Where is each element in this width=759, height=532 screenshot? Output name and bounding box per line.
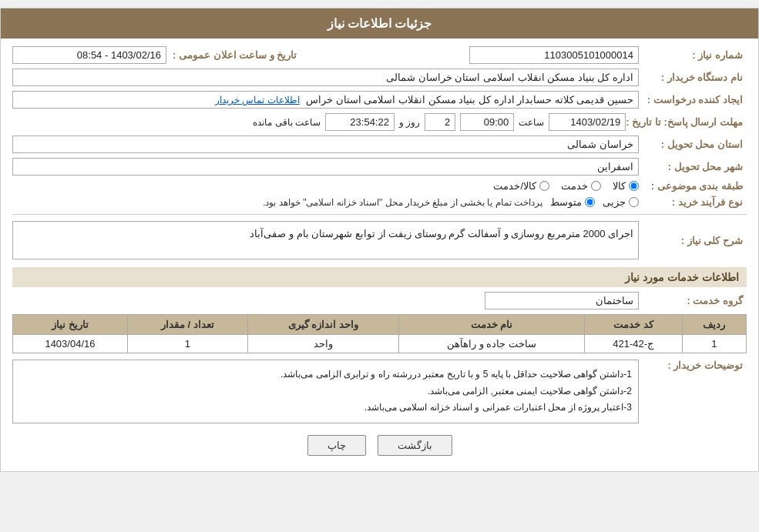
back-button[interactable]: بازگشت <box>378 435 452 456</box>
purchase-type-group: جزیی متوسط پرداخت تمام یا بخشی از مبلغ خ… <box>12 196 639 208</box>
category-radio-kala-khedmat[interactable] <box>539 181 549 191</box>
purchase-label-jozi: جزیی <box>603 196 626 208</box>
print-button[interactable]: چاپ <box>307 435 366 456</box>
province-label: استان محل تحویل : <box>639 139 747 150</box>
category-option-kala-khedmat[interactable]: کالا/خدمت <box>493 180 549 192</box>
purchase-radio-motawaset[interactable] <box>585 197 595 207</box>
table-cell-0: 1 <box>682 335 746 353</box>
category-label-kala: کالا <box>613 180 626 192</box>
category-option-kala[interactable]: کالا <box>613 180 639 192</box>
table-cell-4: 1 <box>127 335 247 353</box>
buyer-org-value: اداره کل بنیاد مسکن انقلاب اسلامی استان … <box>12 69 639 86</box>
creator-contact-link[interactable]: اطلاعات تماس خریدار <box>215 95 300 105</box>
need-number-value: 1103005101000014 <box>469 46 639 64</box>
service-group-label: گروه خدمت : <box>639 295 747 306</box>
page-header: جزئیات اطلاعات نیاز <box>1 8 758 38</box>
creator-value: حسین قدیمی کلاته حسابدار اداره کل بنیاد … <box>12 91 639 109</box>
deadline-time-group: 1403/02/19 ساعت 09:00 2 روز و 23:54:22 س… <box>12 113 626 131</box>
table-row: 1ج-42-421ساخت جاده و راهآهنواحد11403/04/… <box>13 335 747 353</box>
category-label-kala-khedmat: کالا/خدمت <box>493 180 536 192</box>
purchase-radio-jozi[interactable] <box>629 197 639 207</box>
public-announce-label: تاریخ و ساعت اعلان عمومی : <box>166 49 301 61</box>
row-province: استان محل تحویل : خراسان شمالی <box>12 136 747 153</box>
row-need-description: شرح کلی نیاز : اجرای 2000 مترمربع روسازی… <box>12 221 747 259</box>
deadline-time: 09:00 <box>460 113 514 131</box>
remaining-time: 23:54:22 <box>325 113 395 131</box>
table-cell-2: ساخت جاده و راهآهن <box>398 335 584 353</box>
buttons-row: بازگشت چاپ <box>12 435 747 456</box>
purchase-type-label: نوع فرآیند خرید : <box>639 196 747 208</box>
city-value: اسفراین <box>12 158 639 176</box>
services-section-title: اطلاعات خدمات مورد نیاز <box>12 267 747 287</box>
purchase-label-motawaset: متوسط <box>550 196 582 208</box>
category-radio-kala[interactable] <box>629 181 639 191</box>
need-description-value: اجرای 2000 مترمربع روسازی و آسفالت گرم ر… <box>12 221 639 259</box>
city-label: شهر محل تحویل : <box>639 161 747 172</box>
table-header-quantity: تعداد / مقدار <box>127 315 247 335</box>
table-header-code: کد خدمت <box>584 315 682 335</box>
page-wrapper: جزئیات اطلاعات نیاز شماره نیاز : 1103005… <box>0 8 759 472</box>
province-value: خراسان شمالی <box>12 136 639 153</box>
table-header-unit: واحد اندازه گیری <box>247 315 398 335</box>
category-label: طبقه بندی موضوعی : <box>639 180 747 192</box>
category-label-khedmat: خدمت <box>561 180 588 192</box>
divider-1 <box>12 214 747 215</box>
table-header-name: نام خدمت <box>398 315 584 335</box>
creator-label: ایجاد کننده درخواست : <box>639 94 747 105</box>
buyer-org-label: نام دستگاه خریدار : <box>639 72 747 83</box>
page-title: جزئیات اطلاعات نیاز <box>327 17 432 30</box>
row-deadline: مهلت ارسال پاسخ: تا تاریخ : 1403/02/19 س… <box>12 113 747 131</box>
row-category: طبقه بندی موضوعی : کالا خدمت کالا/خدمت <box>12 180 747 192</box>
row-city: شهر محل تحویل : اسفراین <box>12 158 747 176</box>
purchase-option-motawaset[interactable]: متوسط <box>550 196 595 208</box>
category-option-khedmat[interactable]: خدمت <box>561 180 601 192</box>
table-cell-3: واحد <box>247 335 398 353</box>
buyer-notes-label: توضیحات خریدار : <box>639 360 747 371</box>
public-announce-value: 1403/02/16 - 08:54 <box>12 46 166 64</box>
deadline-date: 1403/02/19 <box>549 113 626 131</box>
row-buyer-notes: توضیحات خریدار : 1-داشتن گواهی صلاحیت حد… <box>12 360 747 423</box>
row-need-number: شماره نیاز : 1103005101000014 تاریخ و سا… <box>12 46 747 64</box>
buyer-notes-value: 1-داشتن گواهی صلاحیت حداقل با پایه 5 و ب… <box>12 360 639 423</box>
content-area: شماره نیاز : 1103005101000014 تاریخ و سا… <box>1 38 758 471</box>
table-header-rownum: ردیف <box>682 315 746 335</box>
response-deadline-label: مهلت ارسال پاسخ: تا تاریخ : <box>626 116 747 128</box>
category-radio-group: کالا خدمت کالا/خدمت <box>12 180 639 192</box>
need-description-label: شرح کلی نیاز : <box>639 235 747 246</box>
category-radio-khedmat[interactable] <box>591 181 601 191</box>
table-cell-5: 1403/04/16 <box>13 335 128 353</box>
remaining-suffix: ساعت باقی مانده <box>253 117 321 128</box>
days-label: روز و <box>399 117 420 128</box>
time-label-static: ساعت <box>519 117 544 128</box>
table-header-date: تاریخ نیاز <box>13 315 128 335</box>
need-number-label: شماره نیاز : <box>639 49 747 61</box>
table-cell-1: ج-42-421 <box>584 335 682 353</box>
row-service-group: گروه خدمت : ساختمان <box>12 292 747 309</box>
row-creator: ایجاد کننده درخواست : حسین قدیمی کلاته ح… <box>12 91 747 109</box>
services-table: ردیف کد خدمت نام خدمت واحد اندازه گیری ت… <box>12 314 747 353</box>
days-remaining: 2 <box>425 113 455 131</box>
row-purchase-type: نوع فرآیند خرید : جزیی متوسط پرداخت تمام… <box>12 196 747 208</box>
service-group-value: ساختمان <box>485 292 639 309</box>
row-buyer-org: نام دستگاه خریدار : اداره کل بنیاد مسکن … <box>12 69 747 86</box>
purchase-option-jozi[interactable]: جزیی <box>603 196 639 208</box>
purchase-note: پرداخت تمام یا بخشی از مبلغ خریدار محل "… <box>263 197 542 208</box>
